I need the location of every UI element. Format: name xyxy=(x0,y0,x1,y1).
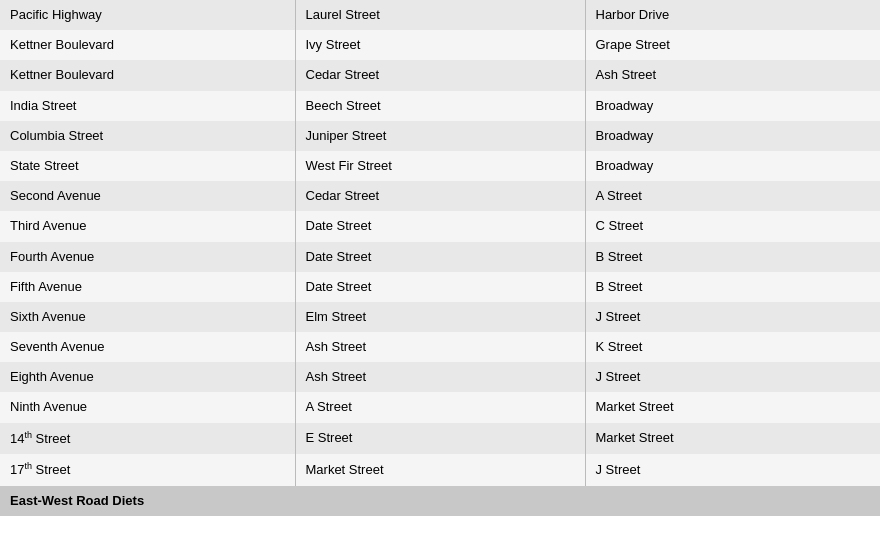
col3-cell: Grape Street xyxy=(585,30,880,60)
table-row: Kettner BoulevardIvy StreetGrape Street xyxy=(0,30,880,60)
table-row: Kettner BoulevardCedar StreetAsh Street xyxy=(0,60,880,90)
col3-cell: Broadway xyxy=(585,91,880,121)
col2-cell: Ash Street xyxy=(295,362,585,392)
table-row: Columbia StreetJuniper StreetBroadway xyxy=(0,121,880,151)
table-row: 14th StreetE StreetMarket Street xyxy=(0,423,880,455)
col2-cell: Date Street xyxy=(295,211,585,241)
col1-cell: State Street xyxy=(0,151,295,181)
table-row: Fourth AvenueDate StreetB Street xyxy=(0,242,880,272)
table-row: Fifth AvenueDate StreetB Street xyxy=(0,272,880,302)
col1-cell: Second Avenue xyxy=(0,181,295,211)
table-row: Seventh AvenueAsh StreetK Street xyxy=(0,332,880,362)
col2-cell: E Street xyxy=(295,423,585,455)
col1-cell: Fourth Avenue xyxy=(0,242,295,272)
table-row: Eighth AvenueAsh StreetJ Street xyxy=(0,362,880,392)
col3-cell: Broadway xyxy=(585,121,880,151)
col3-cell: J Street xyxy=(585,302,880,332)
col1-cell: Columbia Street xyxy=(0,121,295,151)
col1-cell: Third Avenue xyxy=(0,211,295,241)
col2-cell: Juniper Street xyxy=(295,121,585,151)
col1-cell: Eighth Avenue xyxy=(0,362,295,392)
col3-cell: Broadway xyxy=(585,151,880,181)
col1-cell: East-West Road Diets xyxy=(0,486,880,516)
col1-cell: Kettner Boulevard xyxy=(0,30,295,60)
col2-cell: Laurel Street xyxy=(295,0,585,30)
col2-cell: Date Street xyxy=(295,242,585,272)
table-row: Sixth AvenueElm StreetJ Street xyxy=(0,302,880,332)
col1-cell: Kettner Boulevard xyxy=(0,60,295,90)
table-row: Pacific HighwayLaurel StreetHarbor Drive xyxy=(0,0,880,30)
table-row: 17th StreetMarket StreetJ Street xyxy=(0,454,880,486)
col3-cell: J Street xyxy=(585,454,880,486)
col2-cell: Date Street xyxy=(295,272,585,302)
col2-cell: Market Street xyxy=(295,454,585,486)
col3-cell: Market Street xyxy=(585,392,880,422)
col3-cell: B Street xyxy=(585,242,880,272)
col1-cell: 14th Street xyxy=(0,423,295,455)
col3-cell: C Street xyxy=(585,211,880,241)
col1-cell: Fifth Avenue xyxy=(0,272,295,302)
col2-cell: Elm Street xyxy=(295,302,585,332)
table-row: India StreetBeech StreetBroadway xyxy=(0,91,880,121)
col2-cell: Ash Street xyxy=(295,332,585,362)
table-row: Ninth AvenueA StreetMarket Street xyxy=(0,392,880,422)
col1-cell: Pacific Highway xyxy=(0,0,295,30)
col1-cell: Sixth Avenue xyxy=(0,302,295,332)
table-row: Second AvenueCedar StreetA Street xyxy=(0,181,880,211)
col2-cell: A Street xyxy=(295,392,585,422)
road-diets-table: Pacific HighwayLaurel StreetHarbor Drive… xyxy=(0,0,880,516)
col3-cell: Harbor Drive xyxy=(585,0,880,30)
col3-cell: K Street xyxy=(585,332,880,362)
col3-cell: J Street xyxy=(585,362,880,392)
col3-cell: B Street xyxy=(585,272,880,302)
col2-cell: Beech Street xyxy=(295,91,585,121)
col1-cell: India Street xyxy=(0,91,295,121)
col2-cell: Cedar Street xyxy=(295,60,585,90)
col1-cell: 17th Street xyxy=(0,454,295,486)
col3-cell: Ash Street xyxy=(585,60,880,90)
col2-cell: Ivy Street xyxy=(295,30,585,60)
col1-cell: Seventh Avenue xyxy=(0,332,295,362)
col1-cell: Ninth Avenue xyxy=(0,392,295,422)
col2-cell: Cedar Street xyxy=(295,181,585,211)
col3-cell: Market Street xyxy=(585,423,880,455)
col2-cell: West Fir Street xyxy=(295,151,585,181)
section-header-row: East-West Road Diets xyxy=(0,486,880,516)
table-row: Third AvenueDate StreetC Street xyxy=(0,211,880,241)
col3-cell: A Street xyxy=(585,181,880,211)
table-row: State StreetWest Fir StreetBroadway xyxy=(0,151,880,181)
